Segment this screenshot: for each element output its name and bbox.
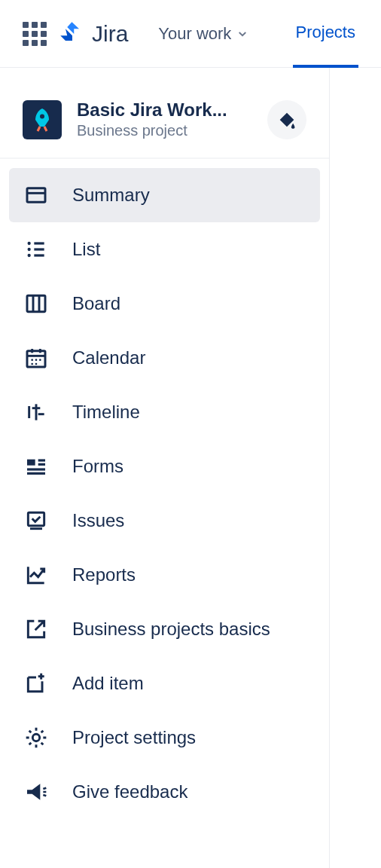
- board-icon: [24, 292, 48, 316]
- nav-your-work[interactable]: Your work: [155, 0, 252, 68]
- sidebar-item-label: Issues: [72, 510, 124, 531]
- svg-point-20: [35, 363, 38, 365]
- project-info[interactable]: Basic Jira Work... Business project: [77, 99, 252, 139]
- sidebar-item-issues[interactable]: Issues: [9, 494, 320, 548]
- top-navigation: Jira Your work Projects: [0, 0, 381, 68]
- sidebar-item-label: Forms: [72, 456, 123, 477]
- svg-point-4: [28, 248, 31, 251]
- calendar-icon: [24, 346, 48, 370]
- svg-point-18: [39, 359, 41, 361]
- sidebar-item-forms[interactable]: Forms: [9, 439, 320, 494]
- rocket-icon: [29, 106, 56, 133]
- forms-icon: [24, 454, 48, 478]
- sidebar-item-give-feedback[interactable]: Give feedback: [9, 765, 320, 819]
- sidebar-item-label: Project settings: [72, 727, 196, 748]
- nav-your-work-label: Your work: [158, 24, 231, 44]
- svg-point-5: [28, 254, 31, 257]
- project-sidebar: Basic Jira Work... Business project Summ…: [0, 68, 330, 868]
- nav-projects-label: Projects: [296, 23, 355, 42]
- sidebar-item-reports[interactable]: Reports: [9, 548, 320, 602]
- issues-icon: [24, 509, 48, 533]
- svg-point-16: [31, 359, 33, 361]
- megaphone-icon: [24, 780, 48, 804]
- svg-point-17: [35, 359, 38, 361]
- sidebar-item-label: Board: [72, 293, 120, 314]
- sidebar-item-add-item[interactable]: Add item: [9, 656, 320, 711]
- svg-point-19: [31, 363, 33, 365]
- sidebar-item-label: Summary: [72, 185, 150, 206]
- svg-point-3: [28, 242, 31, 245]
- sidebar-item-project-settings[interactable]: Project settings: [9, 711, 320, 765]
- sidebar-item-summary[interactable]: Summary: [9, 168, 320, 222]
- app-switcher-button[interactable]: [23, 22, 47, 46]
- reports-icon: [24, 563, 48, 587]
- nav-projects[interactable]: Projects: [293, 0, 358, 68]
- project-header: Basic Jira Work... Business project: [0, 86, 329, 159]
- sidebar-item-calendar[interactable]: Calendar: [9, 331, 320, 385]
- jira-logo-icon: [59, 20, 86, 47]
- sidebar-nav-list: Summary List Board Calendar: [0, 159, 329, 828]
- project-avatar[interactable]: [23, 100, 62, 139]
- list-icon: [24, 237, 48, 261]
- svg-point-0: [40, 114, 44, 118]
- project-type: Business project: [77, 122, 252, 139]
- sidebar-item-label: Timeline: [72, 402, 140, 423]
- sidebar-item-label: Reports: [72, 564, 136, 585]
- svg-rect-1: [27, 188, 45, 203]
- sidebar-item-list[interactable]: List: [9, 222, 320, 277]
- chevron-down-icon: [236, 27, 249, 41]
- sidebar-item-business-basics[interactable]: Business projects basics: [9, 602, 320, 656]
- jira-logo[interactable]: Jira: [59, 20, 128, 47]
- gear-icon: [24, 726, 48, 750]
- external-link-icon: [24, 617, 48, 641]
- jira-logo-text: Jira: [92, 21, 128, 47]
- change-color-button[interactable]: [267, 100, 306, 139]
- sidebar-item-label: Give feedback: [72, 781, 187, 802]
- content-area: Basic Jira Work... Business project Summ…: [0, 68, 381, 868]
- timeline-icon: [24, 400, 48, 424]
- svg-rect-9: [27, 295, 45, 311]
- svg-rect-25: [27, 460, 35, 466]
- sidebar-item-timeline[interactable]: Timeline: [9, 385, 320, 439]
- sidebar-item-label: Add item: [72, 673, 144, 694]
- sidebar-item-label: List: [72, 239, 100, 260]
- sidebar-item-label: Calendar: [72, 347, 145, 368]
- sidebar-item-board[interactable]: Board: [9, 277, 320, 331]
- project-name: Basic Jira Work...: [77, 99, 252, 121]
- paint-bucket-icon: [276, 109, 297, 130]
- window-icon: [24, 183, 48, 207]
- svg-point-34: [32, 734, 39, 741]
- add-page-icon: [24, 671, 48, 695]
- sidebar-item-label: Business projects basics: [72, 619, 270, 640]
